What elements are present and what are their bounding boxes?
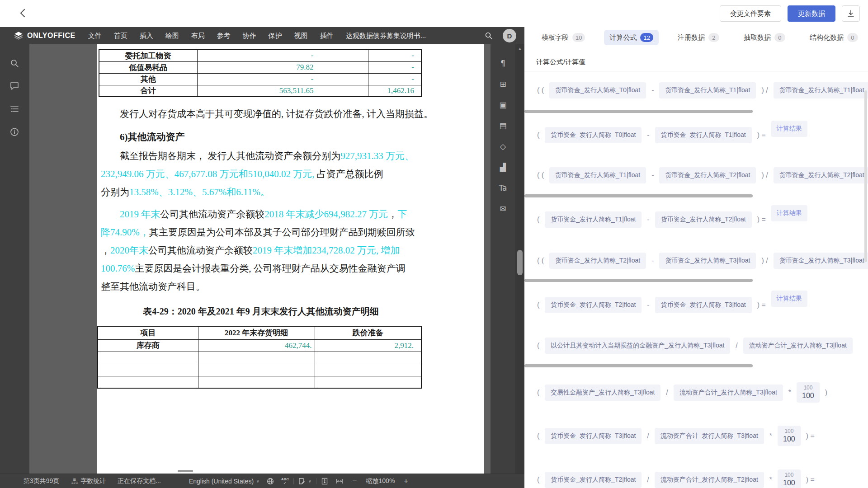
- menu-item[interactable]: 插件: [320, 32, 334, 40]
- formula-token: (: [537, 301, 539, 309]
- chart-settings-icon[interactable]: ▟: [494, 158, 512, 176]
- menu-item[interactable]: 保护: [269, 32, 282, 40]
- panel-tab[interactable]: 结构化数据 0: [804, 30, 863, 45]
- table-settings-icon[interactable]: ⊞: [494, 75, 512, 93]
- panel-tab[interactable]: 计算公式 12: [604, 30, 658, 45]
- panel-tab[interactable]: 抽取数据 0: [738, 30, 791, 45]
- field-chip[interactable]: 货币资金_发行人简称_T3|float: [545, 428, 642, 444]
- calc-result-chip[interactable]: 计算结果: [771, 205, 807, 221]
- fit-width-icon[interactable]: [335, 478, 344, 485]
- field-chip[interactable]: 流动资产合计_发行人简称_T3|float: [743, 338, 853, 354]
- document-language-icon[interactable]: [267, 478, 274, 485]
- menu-item[interactable]: 参考: [217, 32, 231, 40]
- back-icon[interactable]: [16, 6, 30, 20]
- panel-tab[interactable]: 模板字段 10: [536, 30, 590, 45]
- sidebar-info-icon[interactable]: [5, 123, 24, 141]
- menu-item[interactable]: 达观数据债券募集说明书...: [346, 32, 426, 40]
- zoom-out-button[interactable]: −: [351, 477, 359, 486]
- formula-hscrollbar[interactable]: [524, 364, 753, 367]
- fit-page-icon[interactable]: [321, 478, 328, 485]
- calc-result-chip[interactable]: 计算结果: [771, 291, 807, 307]
- formula-token: 货币资金_发行人简称_T3|float: [659, 253, 756, 269]
- image-settings-icon[interactable]: ▣: [494, 96, 512, 114]
- menu-item[interactable]: 布局: [191, 32, 205, 40]
- download-button[interactable]: [842, 5, 860, 22]
- page-count[interactable]: 第3页共99页: [24, 477, 59, 485]
- menu-item[interactable]: 绘图: [165, 32, 179, 40]
- field-chip[interactable]: 货币资金_发行人简称_T2|float: [549, 253, 646, 269]
- sidebar-comments-icon[interactable]: [5, 77, 24, 95]
- field-chip[interactable]: 货币资金_发行人简称_T2|float: [774, 167, 868, 183]
- field-chip[interactable]: 以公计且其变动计入当期损益的金融资产_发行人简称_T3|float: [545, 338, 730, 354]
- formula-token: 计算结果: [771, 211, 807, 228]
- fraction-100-100[interactable]: 100 100: [778, 426, 801, 446]
- panel-scrollbar-thumb[interactable]: [864, 90, 867, 262]
- track-changes-control[interactable]: ∨: [298, 478, 311, 485]
- field-chip[interactable]: 货币资金_发行人简称_T2|float: [659, 167, 756, 183]
- search-icon[interactable]: [485, 32, 493, 40]
- field-chip[interactable]: 交易性金融资产_发行人简称_T3|float: [545, 385, 660, 401]
- field-chip[interactable]: 货币资金_发行人简称_T2|float: [545, 297, 642, 313]
- text-run: 100.76%: [101, 263, 135, 274]
- shape-settings-icon[interactable]: ◇: [494, 137, 512, 155]
- zoom-level[interactable]: 缩放100%: [366, 477, 395, 485]
- mailmerge-icon[interactable]: ✉: [494, 200, 512, 218]
- headerfooter-settings-icon[interactable]: ▤: [494, 117, 512, 135]
- tab-count-badge: 0: [847, 33, 858, 42]
- text-run: 其主要原因是为公司本部及其子公司部分理财产品到期赎回所致: [149, 227, 415, 238]
- field-chip[interactable]: 货币资金_发行人简称_T1|float: [549, 167, 646, 183]
- horizontal-scrollbar-thumb[interactable]: [178, 470, 193, 472]
- formula-operator: -: [651, 171, 654, 179]
- menu-item[interactable]: 协作: [243, 32, 256, 40]
- formula-hscrollbar[interactable]: [524, 279, 753, 282]
- scroll-up-icon[interactable]: ▲: [515, 44, 524, 52]
- field-chip[interactable]: 货币资金_发行人简称_T3|float: [655, 297, 752, 313]
- field-chip[interactable]: 流动资产合计_发行人简称_T3|float: [655, 428, 764, 444]
- document-vertical-scrollbar[interactable]: ▲: [515, 44, 524, 474]
- menu-item[interactable]: 首页: [114, 32, 127, 40]
- document-page[interactable]: 委托加工物资 - - 低值易耗品 79.82 - 其他 - - 合计 563,5…: [97, 44, 484, 474]
- fraction-100-100[interactable]: 100 100: [778, 469, 801, 488]
- app-root: 变更文件要素 更新数据 ONLYOFFICE 文件首页插入绘图布局参考协作保护视…: [0, 0, 868, 488]
- textart-settings-icon[interactable]: Ta: [494, 179, 512, 197]
- formula-operator: ) =: [757, 301, 766, 309]
- menu-item[interactable]: 文件: [88, 32, 102, 40]
- vertical-scrollbar-thumb[interactable]: [517, 250, 523, 275]
- fraction-100-100[interactable]: 100 100: [797, 382, 820, 403]
- panel-tab[interactable]: 注册数据 2: [672, 30, 725, 45]
- zoom-in-button[interactable]: +: [402, 477, 410, 486]
- update-data-button[interactable]: 更新数据: [788, 5, 835, 22]
- field-chip[interactable]: 流动资产合计_发行人简称_T2|float: [655, 472, 764, 488]
- field-chip[interactable]: 货币资金_发行人简称_T0|float: [549, 82, 646, 99]
- logo-text: ONLYOFFICE: [27, 32, 75, 40]
- menu-item[interactable]: 视图: [294, 32, 308, 40]
- formula-operator: ) /: [761, 86, 768, 94]
- sidebar-navigation-icon[interactable]: [5, 100, 24, 118]
- formula-token: 货币资金_发行人简称_T1|float: [774, 82, 868, 99]
- formula-token: *: [769, 476, 772, 484]
- paragraph-settings-icon[interactable]: ¶: [494, 54, 512, 72]
- field-chip[interactable]: 货币资金_发行人简称_T0|float: [545, 127, 642, 143]
- sidebar-search-icon[interactable]: [5, 54, 24, 72]
- field-chip[interactable]: 货币资金_发行人简称_T1|float: [774, 82, 868, 99]
- field-chip[interactable]: 货币资金_发行人简称_T2|float: [545, 472, 642, 488]
- language-selector[interactable]: English (United States) ∨: [189, 478, 259, 485]
- field-chip[interactable]: 货币资金_发行人简称_T1|float: [655, 127, 752, 143]
- menu-item[interactable]: 插入: [140, 32, 153, 40]
- field-chip[interactable]: 货币资金_发行人简称_T2|float: [655, 211, 752, 228]
- word-count[interactable]: ≡123 字数统计: [71, 477, 106, 485]
- field-chip[interactable]: 货币资金_发行人简称_T3|float: [774, 253, 868, 269]
- change-document-elements-button[interactable]: 变更文件要素: [720, 5, 781, 22]
- row-label-cell: 库存商: [98, 339, 198, 352]
- formula-token: ) =: [757, 301, 766, 309]
- calc-result-chip[interactable]: 计算结果: [771, 121, 807, 137]
- field-chip[interactable]: 货币资金_发行人简称_T1|float: [545, 211, 642, 228]
- field-chip[interactable]: 货币资金_发行人简称_T3|float: [659, 253, 756, 269]
- field-chip[interactable]: 流动资产合计_发行人简称_T3|float: [674, 385, 783, 401]
- spellcheck-icon[interactable]: ABC✓: [281, 478, 289, 485]
- formula-hscrollbar[interactable]: [524, 110, 753, 113]
- formula-hscrollbar[interactable]: [524, 194, 753, 197]
- formula-operator: ( (: [537, 257, 544, 265]
- field-chip[interactable]: 货币资金_发行人简称_T1|float: [659, 82, 756, 99]
- avatar[interactable]: D: [503, 29, 516, 42]
